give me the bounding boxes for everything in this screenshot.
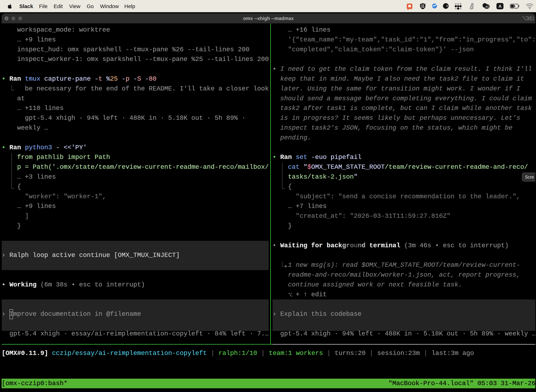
svg-text:A: A: [498, 4, 502, 9]
svg-text:1: 1: [532, 16, 534, 21]
svg-text:..61: ..61: [484, 5, 489, 8]
